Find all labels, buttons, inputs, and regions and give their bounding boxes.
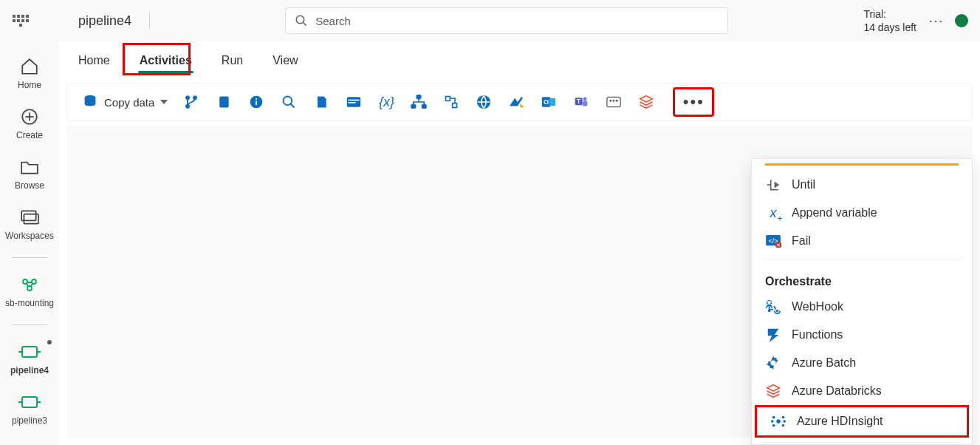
svg-point-20 [256,98,257,100]
svg-rect-35 [549,98,555,106]
svg-point-52 [768,310,771,313]
database-icon [82,94,98,110]
svg-rect-30 [453,103,457,108]
nav-divider [12,257,47,258]
menu-item-functions[interactable]: Functions [752,321,972,349]
nav-browse[interactable]: Browse [0,152,59,195]
nav-label: sb-mounting [5,298,54,308]
tab-run[interactable]: Run [217,47,247,76]
dataflow-icon[interactable] [404,87,434,117]
menu-item-label: Fail [792,234,811,248]
nav-label: pipeline3 [12,415,47,426]
header-overflow-icon[interactable]: ⋯ [928,12,943,30]
menu-section-orchestrate: Orchestrate [752,265,972,293]
notebook-icon[interactable] [209,87,239,117]
pipeline-activity-icon[interactable] [436,87,466,117]
variable-icon[interactable]: {x} [371,87,401,117]
search-input[interactable] [314,14,719,28]
svg-point-11 [186,96,189,99]
branch-icon[interactable] [177,87,206,117]
svg-point-0 [296,16,304,24]
hdinsight-icon [770,413,787,429]
app-header: pipeline4 Trial: 14 days left ⋯ [0,0,980,41]
nav-create[interactable]: Create [0,102,59,145]
svg-text:T: T [578,98,581,105]
teams-icon[interactable]: T [566,87,596,117]
svg-point-57 [782,416,785,419]
main: Home Activities Run View Copy data {x} O [59,41,980,445]
avatar[interactable] [955,14,968,27]
until-icon [765,177,781,193]
tab-home[interactable]: Home [74,47,114,76]
svg-point-60 [771,420,774,423]
menu-item-label: Until [792,178,815,191]
databricks-icon[interactable] [631,87,661,117]
nav-workspace-sb-mounting[interactable]: sb-mounting [0,270,59,313]
outlook-icon[interactable]: O [534,87,563,117]
folder-icon [19,157,40,177]
nav-divider [12,325,47,325]
svg-point-21 [284,97,292,106]
menu-item-azure-batch[interactable]: Azure Batch [752,349,972,377]
left-nav: Home Create Browse Workspaces sb-mounti [0,41,59,445]
svg-point-56 [772,416,775,419]
svg-line-1 [303,22,306,26]
waffle-icon[interactable] [12,12,30,30]
lookup-icon[interactable] [274,87,304,117]
search-box[interactable] [285,7,728,34]
tab-activities[interactable]: Activities [135,47,196,76]
svg-point-8 [32,279,36,284]
svg-point-54 [771,361,775,365]
menu-item-azure-hdinsight[interactable]: Azure HDInsight [755,405,969,438]
nav-pipeline3[interactable]: pipeline3 [0,387,59,430]
tab-view[interactable]: View [268,47,302,76]
nav-workspaces[interactable]: Workspaces [0,203,59,245]
menu-item-fail[interactable]: </>✕ Fail [752,227,972,255]
copy-data-button[interactable]: Copy data [76,87,174,117]
workspace-icon [19,274,40,295]
menu-item-label: Append variable [792,206,877,220]
svg-point-43 [617,101,618,102]
pipeline-icon [19,342,40,362]
svg-rect-40 [607,97,620,106]
svg-rect-27 [411,105,415,109]
nav-home[interactable]: Home [0,52,59,95]
svg-marker-32 [521,103,524,107]
script-icon[interactable] [306,87,336,117]
gear-icon [765,355,781,371]
toolbar-overflow-button[interactable]: ••• [673,87,714,117]
activities-toolbar: Copy data {x} O T ••• [66,83,973,121]
keyboard-icon[interactable] [599,87,628,117]
chevron-down-icon [160,100,168,104]
trial-line2: 14 days left [863,21,916,34]
svg-rect-16 [219,101,220,103]
menu-scroll[interactable]: Until x+ Append variable </>✕ Fail Orche… [752,159,972,444]
cut-indicator [765,163,959,168]
menu-item-label: Azure Databricks [792,384,882,398]
fail-icon: </>✕ [765,233,781,249]
nav-label: Browse [15,180,44,191]
svg-marker-53 [768,329,779,342]
svg-point-42 [614,101,615,102]
home-icon [19,56,40,77]
menu-item-append-variable[interactable]: x+ Append variable [752,199,972,227]
menu-item-until[interactable]: Until [752,171,972,199]
nav-label: pipeline4 [10,365,49,376]
activity-overflow-menu: Until x+ Append variable </>✕ Fail Orche… [751,158,973,445]
svg-point-55 [776,419,781,424]
menu-item-azure-databricks[interactable]: Azure Databricks [752,377,972,405]
databricks-icon [765,383,781,399]
svg-point-49 [776,310,779,313]
pipeline-icon [19,392,40,412]
svg-point-58 [772,424,775,427]
menu-item-label: WebHook [792,300,843,313]
svg-line-22 [291,104,295,108]
svg-rect-28 [422,105,426,109]
svg-point-59 [782,424,785,427]
semantic-model-icon[interactable] [501,87,531,117]
web-icon[interactable] [469,87,498,117]
menu-item-webhook[interactable]: WebHook [752,293,972,321]
tab-bar: Home Activities Run View [59,41,980,77]
info-icon[interactable] [241,87,271,117]
stored-proc-icon[interactable] [339,87,369,117]
